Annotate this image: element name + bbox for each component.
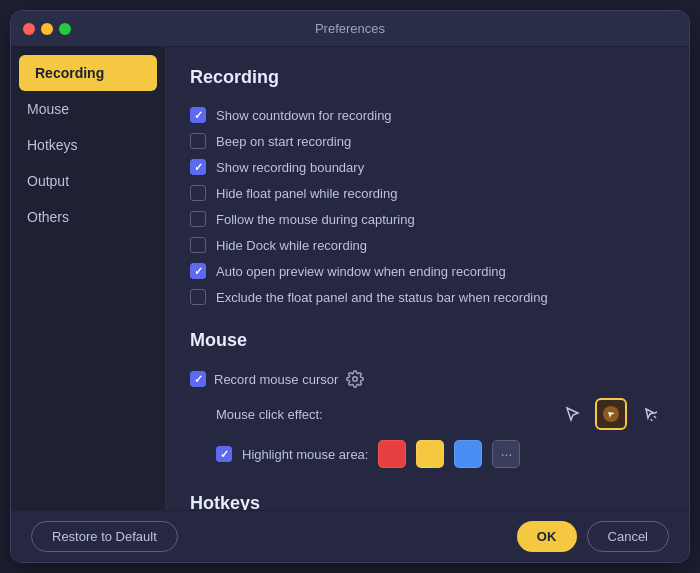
click-effect-label: Mouse click effect:	[216, 407, 323, 422]
recording-section: Recording Show countdown for recording B…	[190, 67, 665, 310]
record-cursor-row: Record mouse cursor	[190, 365, 665, 393]
hotkeys-section: Hotkeys i You can select hotkeys, then e…	[190, 493, 665, 510]
restore-default-button[interactable]: Restore to Default	[31, 521, 178, 552]
checkbox-record-cursor[interactable]	[190, 371, 206, 387]
effect-arrow[interactable]	[557, 398, 589, 430]
checkbox-beep-start-input[interactable]	[190, 133, 206, 149]
checkbox-show-boundary-label: Show recording boundary	[216, 160, 364, 175]
checkbox-follow-mouse: Follow the mouse during capturing	[190, 206, 665, 232]
checkbox-exclude-float-input[interactable]	[190, 289, 206, 305]
hotkeys-section-title: Hotkeys	[190, 493, 665, 510]
color-red[interactable]	[378, 440, 406, 468]
checkbox-show-boundary: Show recording boundary	[190, 154, 665, 180]
window-title: Preferences	[315, 21, 385, 36]
checkbox-show-countdown-input[interactable]	[190, 107, 206, 123]
checkbox-hide-dock: Hide Dock while recording	[190, 232, 665, 258]
svg-line-4	[655, 412, 657, 413]
traffic-lights	[23, 23, 71, 35]
highlight-row: Highlight mouse area: ···	[190, 435, 665, 473]
checkbox-highlight[interactable]	[216, 446, 232, 462]
close-button[interactable]	[23, 23, 35, 35]
sidebar-item-hotkeys[interactable]: Hotkeys	[11, 127, 165, 163]
checkbox-hide-dock-input[interactable]	[190, 237, 206, 253]
checkbox-follow-mouse-label: Follow the mouse during capturing	[216, 212, 415, 227]
mouse-section-title: Mouse	[190, 330, 665, 351]
cancel-button[interactable]: Cancel	[587, 521, 669, 552]
checkbox-show-boundary-input[interactable]	[190, 159, 206, 175]
preferences-window: Preferences Recording Mouse Hotkeys Outp…	[10, 10, 690, 563]
checkbox-hide-float-label: Hide float panel while recording	[216, 186, 397, 201]
mouse-section: Mouse Record mouse cursor Mouse click ef…	[190, 330, 665, 473]
sidebar-item-others[interactable]: Others	[11, 199, 165, 235]
checkbox-exclude-float-label: Exclude the float panel and the status b…	[216, 290, 548, 305]
checkbox-auto-open: Auto open preview window when ending rec…	[190, 258, 665, 284]
maximize-button[interactable]	[59, 23, 71, 35]
checkbox-show-countdown: Show countdown for recording	[190, 102, 665, 128]
recording-section-title: Recording	[190, 67, 665, 88]
checkbox-hide-float-input[interactable]	[190, 185, 206, 201]
record-cursor-label: Record mouse cursor	[214, 372, 338, 387]
color-blue[interactable]	[454, 440, 482, 468]
ok-button[interactable]: OK	[517, 521, 577, 552]
checkbox-beep-start: Beep on start recording	[190, 128, 665, 154]
checkbox-exclude-float: Exclude the float panel and the status b…	[190, 284, 665, 310]
sidebar: Recording Mouse Hotkeys Output Others	[11, 47, 166, 510]
minimize-button[interactable]	[41, 23, 53, 35]
content-area: Recording Show countdown for recording B…	[166, 47, 689, 510]
footer-buttons: OK Cancel	[517, 521, 669, 552]
color-more-button[interactable]: ···	[492, 440, 520, 468]
titlebar: Preferences	[11, 11, 689, 47]
gear-icon[interactable]	[346, 370, 364, 388]
highlight-label: Highlight mouse area:	[242, 447, 368, 462]
click-effect-options	[557, 398, 665, 430]
sidebar-item-recording[interactable]: Recording	[19, 55, 157, 91]
checkbox-beep-start-label: Beep on start recording	[216, 134, 351, 149]
svg-point-0	[353, 377, 358, 382]
color-yellow[interactable]	[416, 440, 444, 468]
svg-line-3	[651, 419, 652, 421]
effect-highlight[interactable]	[595, 398, 627, 430]
footer: Restore to Default OK Cancel	[11, 510, 689, 562]
checkbox-auto-open-input[interactable]	[190, 263, 206, 279]
effect-click[interactable]	[633, 398, 665, 430]
checkbox-hide-dock-label: Hide Dock while recording	[216, 238, 367, 253]
checkbox-follow-mouse-input[interactable]	[190, 211, 206, 227]
checkbox-hide-float: Hide float panel while recording	[190, 180, 665, 206]
main-content: Recording Mouse Hotkeys Output Others Re…	[11, 47, 689, 510]
click-effect-row: Mouse click effect:	[190, 393, 665, 435]
sidebar-item-output[interactable]: Output	[11, 163, 165, 199]
checkbox-auto-open-label: Auto open preview window when ending rec…	[216, 264, 506, 279]
checkbox-show-countdown-label: Show countdown for recording	[216, 108, 392, 123]
sidebar-item-mouse[interactable]: Mouse	[11, 91, 165, 127]
svg-line-2	[654, 416, 656, 418]
